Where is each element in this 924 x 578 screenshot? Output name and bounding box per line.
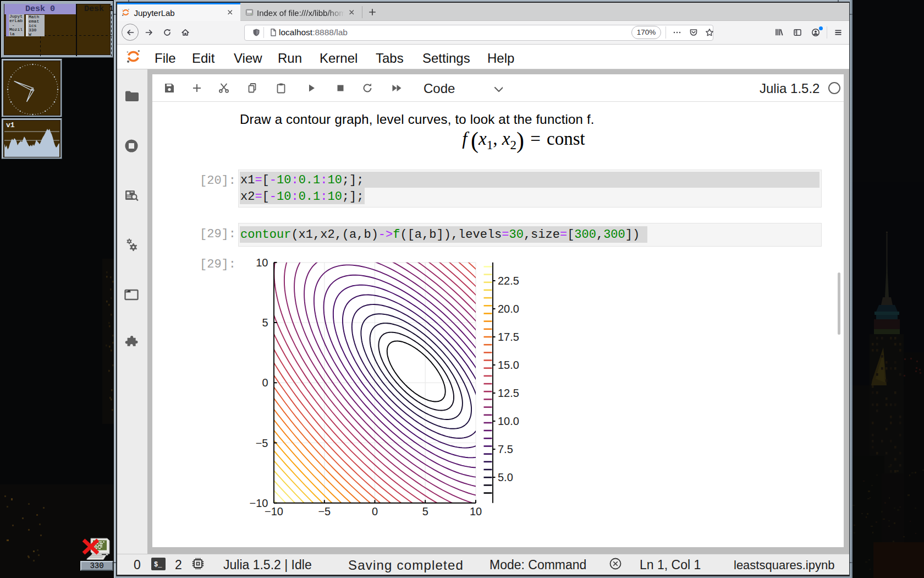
svg-text:0: 0: [372, 505, 378, 517]
svg-text:−5: −5: [318, 505, 331, 517]
svg-text:5: 5: [262, 317, 268, 329]
svg-text:10.0: 10.0: [498, 415, 519, 427]
svg-text:12.5: 12.5: [498, 387, 519, 399]
svg-text:5: 5: [422, 505, 428, 517]
svg-text:22.5: 22.5: [498, 275, 519, 287]
svg-text:$_: $_: [154, 561, 162, 569]
svg-text:7.5: 7.5: [498, 443, 513, 455]
svg-text:10: 10: [470, 505, 482, 517]
svg-text:17.5: 17.5: [498, 331, 519, 343]
svg-text:−5: −5: [256, 437, 268, 449]
svg-text:15.0: 15.0: [498, 359, 519, 371]
svg-text:10: 10: [256, 257, 268, 269]
svg-text:5.0: 5.0: [498, 471, 513, 483]
svg-text:0: 0: [262, 377, 268, 389]
svg-text:−10: −10: [265, 505, 283, 517]
svg-text:20.0: 20.0: [498, 303, 519, 315]
